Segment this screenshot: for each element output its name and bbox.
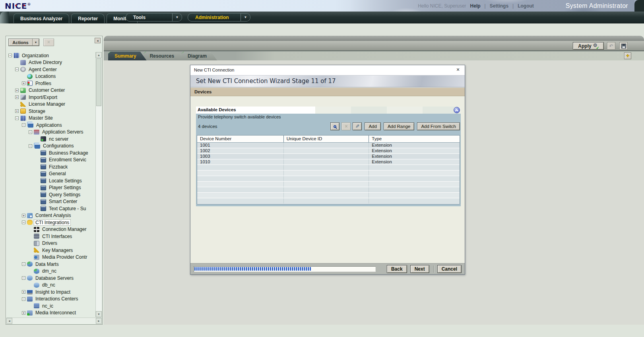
scrollbar-thumb[interactable]	[96, 58, 101, 106]
tree-item-label[interactable]: nc server	[48, 136, 70, 142]
tree-item-label[interactable]: CTI Integrations	[34, 220, 70, 225]
tree-item[interactable]: Locate Settings	[7, 177, 95, 184]
tree-item[interactable]: Business Package	[7, 149, 95, 157]
tree-item-label[interactable]: Key Managers	[41, 248, 74, 253]
collapse-minus-icon[interactable]: −	[22, 297, 25, 301]
collapse-panel-icon[interactable]: ◄	[95, 38, 101, 43]
tree-item[interactable]: nc server	[7, 136, 95, 143]
column-header[interactable]: Device Number	[197, 136, 284, 142]
tree-item-label[interactable]: Content Analysis	[34, 213, 72, 218]
back-button[interactable]: Back	[387, 265, 407, 273]
tree-item[interactable]: +Import/Export	[7, 94, 95, 101]
collapse-minus-icon[interactable]: −	[8, 54, 12, 57]
tree-item-label[interactable]: db_nc	[41, 282, 56, 288]
tools-menu-button[interactable]: Tools ▼	[126, 13, 182, 21]
tree-item[interactable]: Enrollment Servic	[7, 157, 95, 164]
tree-item-label[interactable]: Configurations	[42, 143, 75, 149]
expand-plus-icon[interactable]: +	[22, 311, 25, 315]
tree-item-label[interactable]: Media Interconnect	[34, 310, 77, 316]
tab-summary[interactable]: Summary	[108, 52, 147, 60]
tree-item[interactable]: Smart Center	[7, 198, 95, 205]
tree-item[interactable]: CTI Interfaces	[7, 233, 95, 240]
table-row[interactable]: 1010Extension	[197, 159, 460, 165]
help-link[interactable]: Help	[470, 3, 481, 9]
edit-icon[interactable]: ✎	[353, 122, 362, 130]
tree-item[interactable]: Locations	[7, 73, 95, 80]
tree-vertical-scrollbar[interactable]: ▲ ▼	[95, 52, 102, 317]
tree-item[interactable]: −Interactions Centers	[7, 296, 95, 303]
collapse-minus-icon[interactable]: −	[15, 68, 19, 71]
apply-button[interactable]: Apply ⚙ ✓	[573, 42, 604, 50]
expand-plus-icon[interactable]: +	[22, 81, 25, 85]
tree-item-label[interactable]: Organization	[21, 53, 50, 58]
tree-item-label[interactable]: Text Capture - Su	[48, 206, 87, 211]
add-range-button[interactable]: Add Range	[384, 122, 415, 130]
menu-tab-business-analyzer[interactable]: Business Analyzer	[14, 14, 69, 23]
logout-link[interactable]: Logout	[518, 3, 534, 9]
tree-item[interactable]: Key Managers	[7, 247, 95, 254]
tree-item[interactable]: −CTI Integrations	[7, 219, 95, 226]
collapse-minus-icon[interactable]: −	[22, 262, 25, 266]
collapse-up-icon[interactable]	[454, 107, 460, 113]
tree-item-label[interactable]: Active Directory	[27, 60, 63, 65]
tree-item-label[interactable]: Connection Manager	[41, 227, 87, 232]
tree-item-label[interactable]: Drivers	[41, 240, 58, 246]
tree-item-label[interactable]: Data Marts	[34, 261, 60, 267]
tree-item[interactable]: Query Settings	[7, 191, 95, 198]
add-button[interactable]: Add	[365, 122, 380, 130]
tree-item-label[interactable]: nc_ic	[41, 303, 54, 309]
settings-link[interactable]: Settings	[490, 3, 508, 9]
tree-item[interactable]: Fizzback	[7, 163, 95, 170]
add-plus-icon[interactable]: +	[624, 52, 631, 59]
tree-item-label[interactable]: Import/Export	[27, 95, 58, 100]
tree-horizontal-scrollbar[interactable]: ◄ ►	[6, 318, 102, 324]
expand-plus-icon[interactable]: +	[22, 214, 25, 217]
scroll-down-icon[interactable]: ▼	[96, 311, 102, 317]
undo-icon[interactable]: ↶	[607, 42, 615, 50]
tree-item-label[interactable]: Locations	[34, 74, 57, 79]
tree-item-label[interactable]: Database Servers	[34, 275, 75, 281]
tree-item-label[interactable]: Enrollment Servic	[48, 157, 87, 163]
tree-item-label[interactable]: Storage	[27, 108, 47, 114]
chevron-down-icon[interactable]: ▼	[241, 14, 250, 21]
expand-plus-icon[interactable]: +	[15, 109, 19, 113]
actions-button[interactable]: Actions ▼	[8, 39, 39, 46]
tree-item[interactable]: +Content Analysis	[7, 212, 95, 219]
tree-item[interactable]: dm_nc	[7, 268, 95, 275]
tree-item[interactable]: −Application Servers	[7, 129, 95, 136]
dialog-titlebar[interactable]: New CTI Connection ×	[190, 65, 465, 76]
tree-item[interactable]: Player Settings	[7, 184, 95, 192]
save-icon[interactable]	[619, 42, 628, 50]
tree-item[interactable]: Active Directory	[7, 59, 95, 66]
tree-item[interactable]: −Organization	[7, 52, 95, 59]
collapse-minus-icon[interactable]: −	[22, 221, 25, 224]
column-header[interactable]: Type	[369, 136, 460, 142]
tree-item[interactable]: Text Capture - Su	[7, 205, 95, 212]
tree-item-label[interactable]: Player Settings	[48, 185, 82, 190]
tree-item[interactable]: Connection Manager	[7, 226, 95, 233]
menu-tab-reporter[interactable]: Reporter	[71, 14, 105, 23]
tree-item-label[interactable]: Insight to Impact	[34, 289, 72, 295]
tree-item-label[interactable]: Smart Center	[48, 199, 78, 204]
tree-item[interactable]: db_nc	[7, 282, 95, 289]
column-header[interactable]: Unique Device ID	[284, 136, 369, 142]
tab-diagram[interactable]: Diagram	[181, 52, 217, 60]
collapse-minus-icon[interactable]: −	[29, 144, 32, 148]
chevron-down-icon[interactable]: ▼	[32, 39, 39, 46]
tree-item-label[interactable]: Application Servers	[41, 129, 84, 135]
tree-item[interactable]: +Media Interconnect	[7, 310, 95, 317]
scroll-left-icon[interactable]: ◄	[6, 318, 12, 324]
tree-item[interactable]: −Data Marts	[7, 261, 95, 268]
collapse-minus-icon[interactable]: −	[15, 116, 19, 120]
tree-item[interactable]: −Applications	[7, 122, 95, 129]
collapse-minus-icon[interactable]: −	[22, 276, 25, 280]
tree-item[interactable]: +Customer Center	[7, 87, 95, 94]
table-row[interactable]: 1001Extension	[197, 143, 460, 148]
table-row[interactable]: 1002Extension	[197, 148, 460, 154]
next-button[interactable]: Next	[410, 265, 429, 273]
tree-item-label[interactable]: CTI Interfaces	[41, 234, 73, 239]
tree-item-label[interactable]: Customer Center	[27, 87, 66, 93]
table-row[interactable]: 1003Extension	[197, 154, 460, 159]
tree-item[interactable]: General	[7, 170, 95, 178]
tree-item[interactable]: Media Provider Contr	[7, 254, 95, 261]
